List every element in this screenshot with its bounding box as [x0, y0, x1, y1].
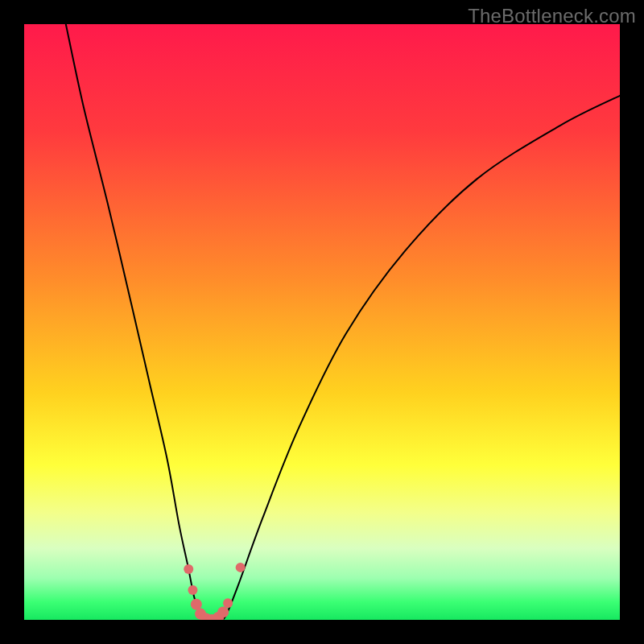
highlight-dot	[217, 606, 229, 617]
plot-area	[24, 24, 620, 620]
highlight-dot	[184, 564, 193, 574]
highlight-dot	[223, 598, 233, 608]
watermark-text: TheBottleneck.com	[468, 5, 636, 27]
highlight-dot	[188, 585, 197, 595]
chart-frame: TheBottleneck.com	[0, 0, 644, 644]
bottleneck-curve	[66, 24, 620, 620]
highlight-dot	[236, 563, 246, 572]
curve-layer	[24, 24, 620, 620]
